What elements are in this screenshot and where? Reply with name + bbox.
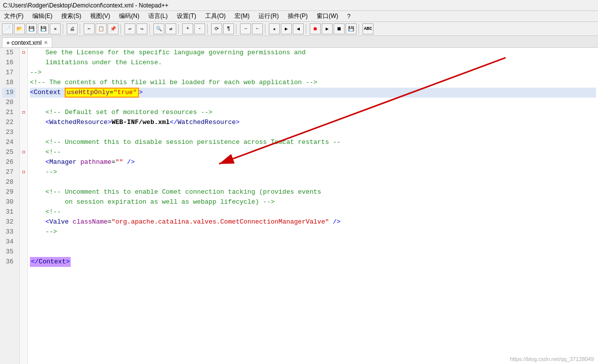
menu-help[interactable]: ?: [345, 12, 353, 20]
tb-redo[interactable]: ↪: [136, 23, 147, 34]
marker-24: [20, 98, 27, 108]
tb-bookmark-next[interactable]: ▶: [281, 23, 292, 34]
code-line-28: [30, 177, 596, 187]
tb-indent[interactable]: →: [240, 23, 251, 34]
ln-23: 23: [2, 127, 15, 137]
attr-highlight-box: useHttpOnly="true": [65, 88, 138, 98]
menu-window[interactable]: 窗口(W): [315, 11, 340, 21]
ln-21: 21: [2, 108, 15, 118]
menu-edit[interactable]: 编辑(E): [30, 11, 54, 21]
tb-sync[interactable]: ⟳: [211, 23, 222, 34]
ln-18: 18: [2, 78, 15, 88]
ln-16: 16: [2, 58, 15, 68]
code-line-35: [30, 247, 596, 257]
tb-cut[interactable]: ✂: [84, 23, 95, 34]
code-line-33: -->: [30, 227, 596, 237]
tb-find[interactable]: 🔍: [153, 23, 164, 34]
code-line-25: <!--: [30, 147, 596, 157]
tab-icon: ■: [6, 40, 9, 45]
tb-play[interactable]: ▶: [322, 23, 333, 34]
marker-29: ◻: [20, 147, 27, 157]
code-line-18: <!-- The contents of this file will be l…: [30, 78, 596, 88]
code-area: 15 16 17 18 19 20 21 22 23 24 25 26 27 2…: [0, 48, 598, 364]
code-lt-36: </: [31, 258, 39, 265]
code-text-26g: [123, 157, 127, 167]
tb-separator-5: [178, 24, 180, 34]
code-line-34: [30, 237, 596, 247]
tb-record[interactable]: ⏺: [310, 23, 321, 34]
tb-close[interactable]: ✕: [50, 23, 61, 34]
menu-bar: 文件(F) 编辑(E) 搜索(S) 视图(V) 编码(N) 语言(L) 设置(T…: [0, 11, 598, 22]
tb-saverecord[interactable]: 💾: [346, 23, 357, 34]
code-text-26f: "": [116, 157, 123, 167]
menu-view[interactable]: 视图(V): [88, 11, 112, 21]
ln-19: 19: [2, 88, 15, 98]
code-text-26a: [30, 157, 45, 167]
tb-zoom-out[interactable]: -: [194, 23, 205, 34]
marker-35: [20, 207, 27, 217]
title-text: C:\Users\Rodger\Desktop\Demo\conf\contex…: [3, 2, 168, 9]
code-text-32b: <: [45, 217, 49, 227]
tb-open[interactable]: 📂: [14, 23, 25, 34]
menu-file[interactable]: 文件(F): [2, 11, 25, 21]
tb-outdent[interactable]: ←: [252, 23, 263, 34]
tb-new[interactable]: 📄: [2, 23, 13, 34]
marker-36: [20, 217, 27, 227]
code-text-22c: WatchedResource: [49, 118, 108, 127]
code-line-22: <WatchedResource>WEB-INF/web.xml</Watche…: [30, 118, 596, 127]
tb-copy[interactable]: 📋: [96, 23, 107, 34]
ln-28: 28: [2, 177, 15, 187]
menu-tools[interactable]: 工具(O): [203, 11, 228, 21]
code-eq-19: =: [110, 89, 114, 96]
code-text-26e: =: [112, 157, 116, 167]
tb-paste[interactable]: 📌: [108, 23, 119, 34]
tb-print[interactable]: 🖨: [67, 23, 78, 34]
menu-encode[interactable]: 编码(N): [117, 11, 141, 21]
tab-context-xml[interactable]: ■ context.xml ✕: [2, 37, 52, 47]
tb-replace[interactable]: ⇄: [165, 23, 176, 34]
tb-abc[interactable]: ABC: [362, 23, 373, 34]
ln-36: 36: [2, 257, 15, 267]
code-text-32h: />: [333, 217, 341, 227]
code-line-29: <!-- Uncomment this to enable Comet conn…: [30, 187, 596, 197]
menu-settings[interactable]: 设置(T): [175, 11, 198, 21]
menu-plugins[interactable]: 插件(P): [286, 11, 310, 21]
code-line-20: [30, 98, 596, 108]
menu-search[interactable]: 搜索(S): [59, 11, 83, 21]
marker-33: [20, 187, 27, 197]
code-text-26h: />: [127, 157, 135, 167]
tab-close-icon[interactable]: ✕: [44, 40, 48, 45]
marker-25: ◻: [20, 108, 27, 118]
tb-saveall[interactable]: 💾: [38, 23, 49, 34]
marker-23: [20, 88, 27, 98]
tb-stop[interactable]: ⏹: [334, 23, 345, 34]
code-context-tag-19: Context: [34, 88, 65, 98]
code-text-30: on session expiration as well as webapp …: [30, 197, 274, 207]
tb-undo[interactable]: ↩: [124, 23, 135, 34]
menu-macro[interactable]: 宏(M): [233, 11, 251, 21]
code-gt-36: >: [66, 258, 70, 265]
tb-save[interactable]: 💾: [26, 23, 37, 34]
code-lt-19: <: [30, 88, 34, 98]
code-line-24: <!-- Uncomment this to disable session p…: [30, 137, 596, 147]
code-text-21: <!-- Default set of monitored resources …: [30, 108, 213, 118]
tb-bookmark-prev[interactable]: ◀: [293, 23, 304, 34]
ln-17: 17: [2, 68, 15, 78]
ln-29: 29: [2, 187, 15, 197]
code-line-27: -->: [30, 167, 596, 177]
code-content-area[interactable]: See the License for the specific languag…: [28, 48, 598, 364]
code-line-32: <Valve className="org.apache.catalina.va…: [30, 217, 596, 227]
code-line-17: -->: [30, 68, 596, 78]
tb-zoom-in[interactable]: +: [182, 23, 193, 34]
menu-run[interactable]: 运行(R): [256, 11, 281, 21]
code-text-32d: className: [73, 217, 108, 227]
tb-bookmark[interactable]: ★: [269, 23, 280, 34]
code-text-31: <!--: [30, 207, 61, 217]
code-text-32g: [329, 217, 333, 227]
menu-language[interactable]: 语言(L): [146, 11, 170, 21]
watermark: https://blog.csdn.net/qq_37128049: [510, 356, 594, 362]
code-attr-val-19: "true": [114, 89, 137, 96]
code-text-32e: =: [108, 217, 112, 227]
tb-wrap[interactable]: ¶: [223, 23, 234, 34]
code-line-15: See the License for the specific languag…: [30, 48, 596, 58]
